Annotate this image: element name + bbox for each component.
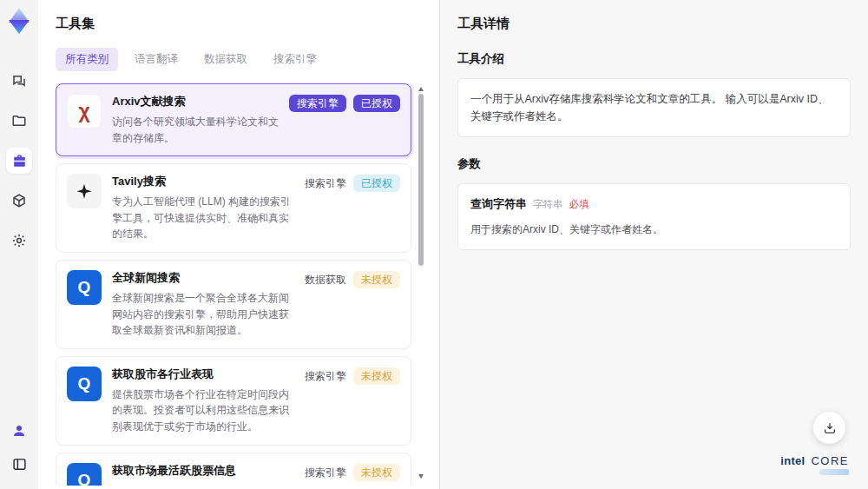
- tool-category-tag: 搜索引擎: [305, 464, 346, 481]
- intro-text: 一个用于从Arxiv存储库搜索科学论文和文章的工具。 输入可以是Arxiv ID…: [470, 93, 829, 122]
- app-logo: [5, 7, 33, 35]
- sidebar: [0, 0, 38, 489]
- gear-icon[interactable]: [6, 228, 32, 254]
- tool-card[interactable]: Arxiv文献搜索 访问各个研究领域大量科学论文和文章的存储库。 搜索引擎 已授…: [56, 83, 411, 156]
- download-button[interactable]: [813, 412, 845, 444]
- params-heading: 参数: [457, 156, 851, 172]
- param-description: 用于搜索的Arxiv ID、关键字或作者姓名。: [470, 221, 838, 238]
- tool-card[interactable]: 获取市场最活跃股票信息 提供当天交易量最高的股票列表，投资者可以利用这些信息来识…: [56, 453, 411, 486]
- tool-list: Arxiv文献搜索 访问各个研究领域大量科学论文和文章的存储库。 搜索引擎 已授…: [56, 83, 425, 486]
- tool-description: 提供当天交易量最高的股票列表，投资者可以利用这些信息来识别流动性强的股票和潜在的…: [112, 483, 294, 486]
- tool-category-tag: 搜索引擎: [305, 175, 346, 192]
- tool-card[interactable]: 获取股市各行业表现 提供股票市场各个行业在特定时间段内的表现。投资者可以利用这些…: [56, 356, 411, 446]
- detail-title: 工具详情: [457, 16, 851, 32]
- tool-category-tag: 搜索引擎: [289, 95, 346, 112]
- tool-description: 提供股票市场各个行业在特定时间段内的表现。投资者可以利用这些信息来识别表现优于或…: [112, 387, 294, 435]
- list-scrollbar[interactable]: [417, 83, 425, 486]
- app-window: 工具集 所有类别语言翻译数据获取搜索引擎 Arxiv文献搜索 访问各个研究领域大…: [0, 0, 868, 489]
- tool-name: Tavily搜索: [112, 174, 294, 189]
- category-tabs: 所有类别语言翻译数据获取搜索引擎: [56, 48, 425, 71]
- tool-description: 全球新闻搜索是一个聚合全球各大新闻网站内容的搜索引擎，帮助用户快速获取全球最新资…: [112, 290, 294, 339]
- scroll-down-icon[interactable]: [418, 474, 424, 479]
- param-name: 查询字符串: [470, 195, 527, 214]
- tool-name: 获取市场最活跃股票信息: [112, 463, 294, 479]
- tool-detail-panel: 工具详情 工具介绍 一个用于从Arxiv存储库搜索科学论文和文章的工具。 输入可…: [439, 0, 868, 489]
- tool-auth-badge: 已授权: [353, 95, 400, 112]
- toolbox-icon[interactable]: [6, 148, 32, 174]
- tool-list-panel: 工具集 所有类别语言翻译数据获取搜索引擎 Arxiv文献搜索 访问各个研究领域大…: [38, 0, 439, 489]
- tool-name: Arxiv文献搜索: [112, 94, 279, 109]
- cube-icon[interactable]: [6, 188, 32, 214]
- chat-icon[interactable]: [6, 68, 32, 94]
- tool-category-tag: 数据获取: [305, 271, 346, 288]
- intel-core-logo: intel core: [780, 454, 849, 475]
- tool-name: 获取股市各行业表现: [112, 367, 294, 382]
- folder-icon[interactable]: [6, 108, 32, 134]
- tool-auth-badge: 已授权: [353, 175, 400, 192]
- tool-description: 专为人工智能代理 (LLM) 构建的搜索引擎工具，可快速提供实时、准确和真实的结…: [112, 194, 294, 242]
- news-blue-icon: [67, 367, 102, 401]
- tool-auth-badge: 未授权: [353, 271, 400, 288]
- param-required-badge: 必填: [569, 196, 589, 212]
- download-icon: [823, 421, 837, 435]
- tool-auth-badge: 未授权: [353, 367, 400, 385]
- tool-card[interactable]: 全球新闻搜索 全球新闻搜索是一个聚合全球各大新闻网站内容的搜索引擎，帮助用户快速…: [56, 260, 411, 349]
- tab-1[interactable]: 语言翻译: [125, 48, 187, 71]
- scroll-up-icon[interactable]: [418, 87, 424, 91]
- tool-name: 全球新闻搜索: [112, 270, 294, 286]
- tool-auth-badge: 未授权: [353, 464, 400, 481]
- intro-card: 一个用于从Arxiv存储库搜索科学论文和文章的工具。 输入可以是Arxiv ID…: [457, 78, 851, 137]
- scrollbar-thumb[interactable]: [418, 94, 424, 266]
- intro-heading: 工具介绍: [457, 51, 851, 67]
- tool-category-tag: 搜索引擎: [305, 367, 346, 385]
- brand-ultra-mark: [819, 469, 849, 475]
- tab-2[interactable]: 数据获取: [194, 48, 257, 71]
- news-blue-icon: [67, 270, 102, 305]
- param-card: 查询字符串 字符串 必填 用于搜索的Arxiv ID、关键字或作者姓名。: [457, 183, 851, 250]
- arxiv-icon: [67, 94, 102, 129]
- tool-description: 访问各个研究领域大量科学论文和文章的存储库。: [112, 114, 279, 146]
- tool-card[interactable]: Tavily搜索 专为人工智能代理 (LLM) 构建的搜索引擎工具，可快速提供实…: [56, 163, 411, 253]
- param-type: 字符串: [533, 196, 563, 212]
- news-blue-icon: [67, 463, 102, 486]
- collapse-panel-icon[interactable]: [6, 451, 32, 477]
- page-title: 工具集: [56, 16, 425, 32]
- user-avatar-icon[interactable]: [6, 418, 32, 444]
- tab-3[interactable]: 搜索引擎: [264, 48, 326, 71]
- brand-core: core: [811, 454, 849, 467]
- brand-intel: intel: [780, 454, 805, 467]
- tavily-icon: [67, 174, 102, 208]
- tab-0[interactable]: 所有类别: [56, 48, 118, 71]
